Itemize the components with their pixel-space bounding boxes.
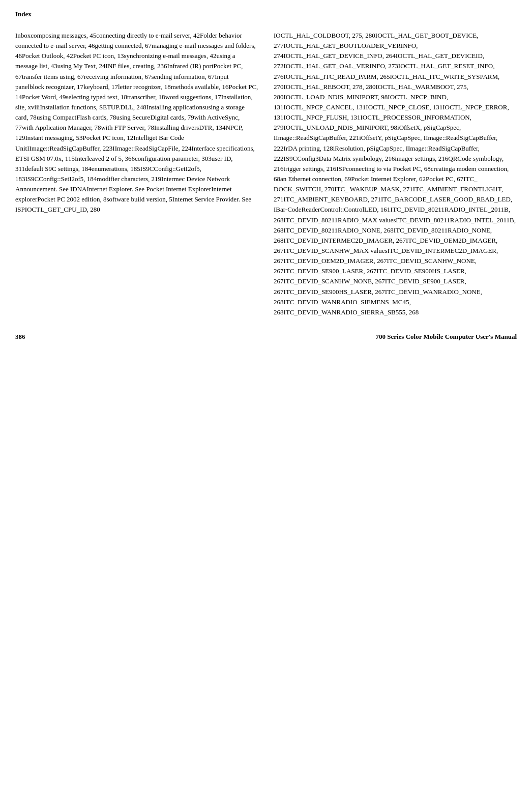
index-entry: transfer items using, 67	[22, 73, 84, 80]
index-entry: ITC_DEVID_SE900_LASER, 267	[284, 267, 377, 275]
index-entry: Data Matrix symbology, 216	[319, 155, 395, 162]
index-entry: selecting typed text, 18	[66, 93, 127, 101]
index-entry: IrDA printing, 128	[284, 144, 333, 152]
index-entry: Pocket PC icon, 13	[73, 52, 124, 60]
index-entry: IOCTL_HAL_COLDBOOT, 275, 280	[274, 32, 375, 39]
index-entry: keyboard, 17	[83, 83, 118, 91]
index-entry: ISP	[336, 165, 346, 172]
index-entry: composing messages, 45	[31, 32, 96, 39]
index-entry: Pocket Outlook, 42	[22, 52, 73, 60]
index-entry: Pocket Word, 49	[22, 93, 66, 101]
index-entry: ITC_DEVID_SCANHW_MAX values	[284, 247, 388, 254]
index-entry: IImage::ReadSigCapFile, 224	[112, 144, 191, 152]
index-entry: IOCTL_GET_CPU_ID, 280	[25, 206, 100, 213]
page-header: Index	[15, 10, 517, 18]
index-entry: Installation functions, SETUP.DLL, 248	[40, 103, 146, 111]
index-entry: Pocket Internet Explorer, 62	[351, 175, 426, 183]
index-entry: IS9CConfig::SetI2of5, 184	[25, 175, 97, 183]
index-entry: IS9CConfig3	[284, 155, 319, 162]
index-entry: connecting to via Pocket PC, 68	[346, 165, 431, 172]
index-entry: IOCTL_HAL_GET_OAL_VERINFO, 273	[284, 62, 398, 70]
index-entry: IOCTL_NPCP_CANCEL, 131	[284, 103, 366, 111]
index-entry: ITC_DEVID_WANRADIO_SIERRA_SB555, 268	[284, 308, 419, 316]
index-entry: connecting directly to e-mail server, 42	[96, 32, 200, 39]
index-entry: IImage::ReadSigCapBuffer, 223	[27, 144, 112, 152]
index-entry: ITC_DEVID_INTERMEC2D_IMAGER, 267	[284, 237, 406, 244]
index-entry: using My Text, 24	[57, 62, 106, 70]
index-entry: word suggestions, 17	[165, 93, 221, 101]
index-entry: ITC_DEVID_OEM2D_IMAGER, 267	[284, 257, 387, 265]
index-entry: using SecureDigital cards, 79	[116, 113, 194, 121]
index-entry: IOCTL_NPCP_CLOSE, 131	[366, 103, 442, 111]
index-entry: receiving information, 67	[84, 73, 152, 80]
index-entry: creating	[431, 165, 452, 172]
index-entry: default S9C settings, 184	[25, 165, 92, 172]
index-entry: using CompactFlash cards, 78	[37, 113, 116, 121]
index-entry: configuration parameter, 303	[135, 155, 212, 162]
right-column: IOCTL_HAL_COLDBOOT, 275, 280IOCTL_HAL_GE…	[274, 31, 517, 317]
index-entry: ITC_DEVID_SCANHW_NONE, 267	[284, 277, 385, 285]
index-entry: with Application Manager, 78	[22, 124, 101, 131]
index-entry: methods available, 16	[171, 83, 229, 91]
index-entry: transcriber, 18	[127, 93, 165, 101]
index-entry: an Ethernet connection, 69	[280, 175, 351, 183]
index-entry: IOCTL_HAL_GET_DEVICE_INFO, 264	[284, 52, 396, 60]
page-footer: 386 700 Series Color Mobile Computer Use…	[15, 333, 517, 341]
index-entry: Infrared (IR) port	[167, 62, 214, 70]
index-entry: trigger settings, 216	[284, 165, 337, 172]
index-entry: block recognizer, 17	[29, 83, 83, 91]
index-entry: with FTP Server, 78	[101, 124, 154, 131]
index-entry: synchronizing e-mail messages, 42	[124, 52, 216, 60]
index-entry: ITC_DEVID_SE900HS_LASER, 267	[284, 288, 385, 296]
index-entry: sending information, 67	[152, 73, 215, 80]
index-entry: enumerations, 185	[92, 165, 140, 172]
index-entry: ITC_ WAKEUP_MASK, 271	[334, 185, 413, 193]
index-entry: Internet Explorer. See Pocket Internet E…	[86, 185, 211, 193]
index-entry: Pocket PC 2002 edition, 8	[37, 195, 106, 203]
index-entry: software build version, 5	[106, 195, 172, 203]
index-entry: IOCTL_NPCP_FLUSH, 131	[284, 113, 361, 121]
index-entry: getting connected, 67	[95, 42, 152, 49]
index-entry: Pocket PC icon, 12	[83, 134, 134, 141]
index-entry: Installing applications	[146, 103, 205, 111]
index-entry: Inbox	[15, 32, 31, 39]
index-entry: ITC_AMBIENT_KEYBOARD, 271	[284, 195, 381, 203]
index-entry: Instant messaging, 53	[25, 134, 83, 141]
index-entry: Installing drivers	[154, 124, 199, 131]
footer-book-title: 700 Series Color Mobile Computer User's …	[375, 333, 517, 341]
index-entry: letter recognizer, 18	[118, 83, 171, 91]
index-entry: IOCTL_UNLOAD_NDIS_MINIPORT, 98	[284, 124, 398, 131]
index-entry: Pocket PC, 67	[426, 175, 463, 183]
index-entry: DTR, 134	[199, 124, 225, 131]
index-entry: ITC_DEVID_80211RADIO_MAX values	[284, 216, 396, 224]
index-entry: modifier characters, 219	[97, 175, 161, 183]
index-entry: IOCTL_HAL_REBOOT, 278, 280	[284, 83, 376, 91]
index-entry: ITC_DEVID_80211RADIO_NONE, 268	[284, 226, 394, 234]
footer-page-number: 386	[15, 333, 25, 341]
index-entry: IOCTL_HAL_ITC_READ_PARM, 265	[284, 73, 390, 80]
index-entry: Interleaved 2 of 5, 366	[75, 155, 135, 162]
header-title: Index	[15, 10, 32, 18]
index-entry: imager settings, 216	[395, 155, 448, 162]
index-entry: IOCTL_LOAD_NDIS_MINIPORT, 98	[284, 93, 388, 101]
index-entry: CodeReaderControl::ControlLED, 161	[287, 206, 390, 213]
index-entry: INF files, creating, 236	[106, 62, 167, 70]
left-column: Inboxcomposing messages, 45connecting di…	[15, 31, 258, 317]
